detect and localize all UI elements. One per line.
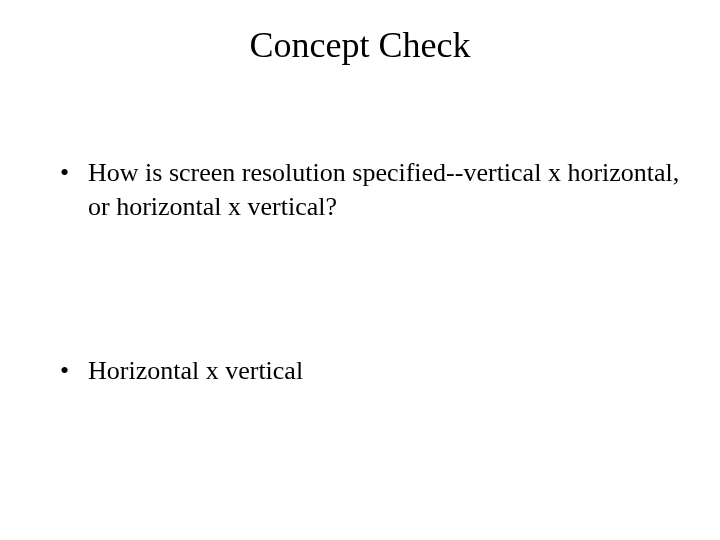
bullet-item-question: How is screen resolution specified--vert… (60, 156, 680, 224)
bullet-item-answer: Horizontal x vertical (60, 354, 680, 388)
slide-title: Concept Check (40, 24, 680, 66)
bullet-list: How is screen resolution specified--vert… (40, 156, 680, 387)
